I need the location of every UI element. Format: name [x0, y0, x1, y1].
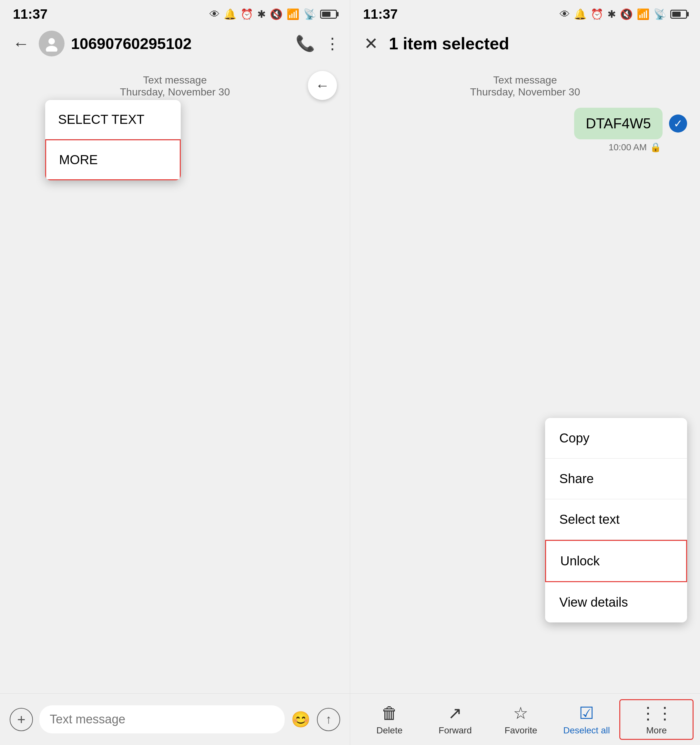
- more-action[interactable]: ⋮⋮ More: [619, 699, 694, 740]
- lock-icon: 🔒: [650, 142, 661, 153]
- svg-point-1: [46, 46, 57, 52]
- eye-icon: 👁: [210, 8, 220, 20]
- delete-icon: 🗑: [381, 703, 398, 723]
- back-button[interactable]: ←: [10, 34, 32, 53]
- delete-action[interactable]: 🗑 Delete: [357, 703, 423, 736]
- more-label: More: [646, 726, 667, 736]
- svg-point-0: [48, 38, 55, 45]
- message-input[interactable]: [39, 705, 285, 733]
- share-option[interactable]: Share: [545, 459, 687, 499]
- bluetooth-icon: ✱: [257, 8, 266, 20]
- message-area-left: Text message Thursday, November 30 ← SEL…: [0, 61, 350, 693]
- bottom-bar-left: + 😊 ↑: [0, 693, 350, 745]
- signal-icon-r: 📡: [654, 8, 666, 20]
- mute-icon: 🔇: [270, 8, 283, 20]
- favorite-action[interactable]: ☆ Favorite: [488, 703, 554, 736]
- header-selected: ✕ 1 item selected: [350, 26, 700, 61]
- favorite-label: Favorite: [504, 726, 537, 736]
- selected-count: 1 item selected: [389, 34, 690, 53]
- forward-label: Forward: [439, 726, 472, 736]
- dropdown-context-menu: Copy Share Select text Unlock View detai…: [545, 418, 687, 622]
- message-row: DTAF4W5 ✓: [357, 108, 694, 139]
- header-actions: 📞 ⋮: [295, 34, 340, 52]
- more-options-icon[interactable]: ⋮: [325, 34, 340, 52]
- scroll-back-button[interactable]: ←: [308, 71, 337, 100]
- time-right: 11:37: [363, 6, 397, 22]
- more-icon: ⋮⋮: [640, 703, 673, 723]
- battery-icon-right: [670, 10, 687, 19]
- alarm-icon: ⏰: [240, 8, 253, 20]
- send-button[interactable]: ↑: [317, 708, 340, 731]
- contact-name: 10690760295102: [71, 35, 289, 52]
- avatar: [39, 31, 64, 57]
- delete-label: Delete: [376, 726, 402, 736]
- wifi-icon-r: 📶: [637, 8, 650, 20]
- more-option[interactable]: MORE: [45, 139, 181, 180]
- message-area-right: Text message Thursday, November 30 DTAF4…: [350, 61, 700, 693]
- bottom-bar-right: 🗑 Delete ↗ Forward ☆ Favorite ☑ Deselect…: [350, 693, 700, 745]
- close-selection-button[interactable]: ✕: [360, 34, 382, 53]
- right-panel: 11:37 👁 🔔 ⏰ ✱ 🔇 📶 📡 ✕ 1 item selected Te…: [350, 0, 700, 745]
- message-date-right: Text message Thursday, November 30: [357, 68, 694, 101]
- deselect-all-label: Deselect all: [563, 726, 610, 736]
- status-bar-left: 11:37 👁 🔔 ⏰ ✱ 🔇 📶 📡: [0, 0, 350, 26]
- unlock-option[interactable]: Unlock: [545, 540, 687, 582]
- add-attachment-button[interactable]: +: [10, 708, 33, 731]
- status-bar-right: 11:37 👁 🔔 ⏰ ✱ 🔇 📶 📡: [350, 0, 700, 26]
- mute-icon-r: 🔇: [620, 8, 633, 20]
- message-date-left: Text message Thursday, November 30: [6, 68, 343, 101]
- message-checkbox[interactable]: ✓: [669, 115, 687, 133]
- emoji-button[interactable]: 😊: [291, 711, 310, 729]
- signal-icon: 📡: [303, 8, 316, 20]
- forward-icon: ↗: [448, 703, 462, 723]
- notification-icon: 🔔: [224, 8, 237, 20]
- select-text-option-right[interactable]: Select text: [545, 499, 687, 540]
- copy-option[interactable]: Copy: [545, 418, 687, 459]
- forward-action[interactable]: ↗ Forward: [423, 703, 488, 736]
- wifi-icon: 📶: [286, 8, 300, 20]
- message-timestamp: 10:00 AM 🔒: [357, 142, 694, 153]
- context-menu: SELECT TEXT MORE: [45, 100, 181, 180]
- call-icon[interactable]: 📞: [295, 34, 315, 52]
- notification-icon-r: 🔔: [574, 8, 587, 20]
- time-left: 11:37: [13, 6, 48, 22]
- deselect-all-icon: ☑: [579, 703, 594, 723]
- alarm-icon-r: ⏰: [591, 8, 604, 20]
- left-panel: 11:37 👁 🔔 ⏰ ✱ 🔇 📶 📡 ← 10690760295102 📞 ⋮: [0, 0, 350, 745]
- eye-icon-r: 👁: [560, 8, 570, 20]
- view-details-option[interactable]: View details: [545, 582, 687, 622]
- message-bubble[interactable]: DTAF4W5: [574, 108, 663, 139]
- status-icons-left: 👁 🔔 ⏰ ✱ 🔇 📶 📡: [210, 8, 337, 20]
- bluetooth-icon-r: ✱: [607, 8, 616, 20]
- header-left: ← 10690760295102 📞 ⋮: [0, 26, 350, 61]
- battery-icon-left: [320, 10, 337, 19]
- status-icons-right: 👁 🔔 ⏰ ✱ 🔇 📶 📡: [560, 8, 687, 20]
- deselect-all-action[interactable]: ☑ Deselect all: [554, 703, 620, 736]
- favorite-icon: ☆: [513, 703, 528, 723]
- select-text-option[interactable]: SELECT TEXT: [45, 100, 181, 139]
